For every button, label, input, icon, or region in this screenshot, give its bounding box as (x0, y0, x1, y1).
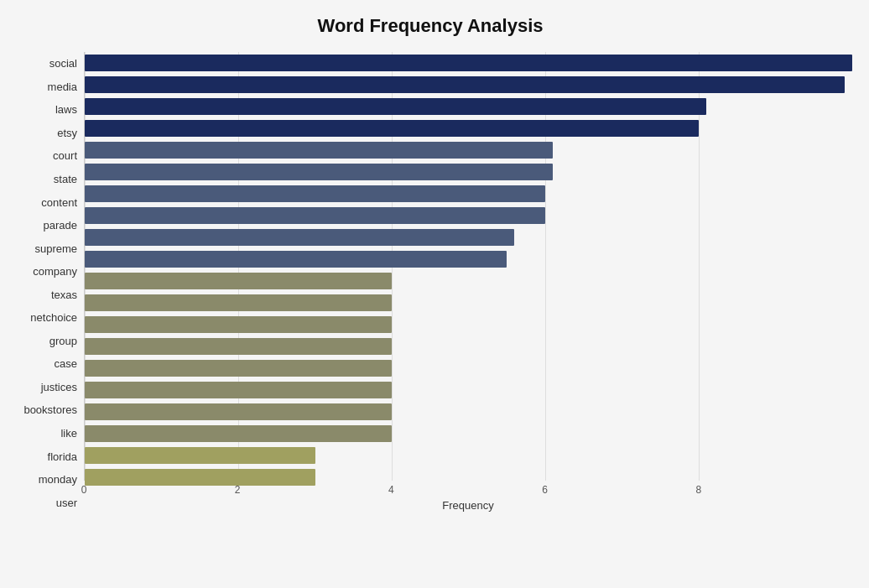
bar (85, 316, 392, 333)
y-label: media (48, 75, 77, 97)
bar-row (85, 423, 852, 445)
bar (85, 55, 852, 71)
bar-row (85, 74, 852, 96)
bar-row (85, 357, 852, 379)
x-tick: 8 (695, 484, 701, 496)
bars-and-xaxis: 02468 Frequency (84, 52, 852, 514)
bar-row (85, 96, 852, 117)
y-axis: socialmedialawsetsycourtstatecontentpara… (8, 52, 84, 514)
bar-row (85, 117, 852, 139)
y-label: content (41, 191, 77, 213)
y-label: group (49, 330, 77, 351)
bar-row (85, 379, 852, 401)
y-label: social (49, 53, 77, 75)
bar-row (85, 314, 852, 336)
bar (85, 251, 507, 268)
chart-area: socialmedialawsetsycourtstatecontentpara… (8, 52, 852, 514)
y-label: user (56, 492, 77, 513)
bar (85, 164, 553, 180)
bar (85, 425, 392, 442)
y-label: texas (51, 284, 77, 305)
bar (85, 403, 392, 420)
y-label: like (60, 423, 77, 445)
y-label: state (54, 169, 77, 190)
bars-rows (85, 52, 852, 481)
bar-row (85, 52, 852, 74)
y-label: laws (55, 99, 77, 121)
bar (85, 229, 514, 246)
bar (85, 360, 392, 377)
bar (85, 98, 706, 115)
bar-row (85, 205, 852, 226)
y-label: netchoice (30, 307, 77, 329)
y-label: justices (41, 376, 77, 398)
bar (85, 76, 845, 93)
y-label: case (55, 353, 77, 375)
bar-row (85, 183, 852, 205)
bar (85, 273, 392, 289)
x-axis-label: Frequency (84, 499, 852, 512)
bar (85, 207, 545, 224)
y-label: bookstores (23, 399, 77, 421)
y-label: court (53, 145, 77, 167)
y-label: monday (39, 469, 77, 491)
x-tick: 2 (235, 484, 241, 496)
bar (85, 447, 315, 464)
chart-container: Word Frequency Analysis socialmedialawse… (0, 0, 869, 588)
bar (85, 185, 545, 202)
x-tick: 4 (388, 484, 394, 496)
bars-wrapper (84, 52, 852, 481)
x-ticks: 02468 (84, 481, 852, 497)
bar (85, 120, 699, 137)
bar (85, 382, 392, 398)
x-tick: 0 (81, 484, 87, 496)
bar-row (85, 161, 852, 183)
bar-row (85, 445, 852, 466)
y-label: company (33, 261, 77, 283)
chart-title: Word Frequency Analysis (8, 8, 852, 52)
bar-row (85, 270, 852, 292)
y-label: etsy (57, 122, 77, 143)
bar-row (85, 139, 852, 161)
y-label: parade (44, 215, 77, 237)
y-label: florida (48, 445, 77, 467)
bar-row (85, 401, 852, 423)
bar (85, 142, 553, 159)
bar-row (85, 336, 852, 357)
bar-row (85, 226, 852, 248)
bar (85, 294, 392, 311)
x-tick: 6 (542, 484, 548, 496)
x-axis: 02468 Frequency (84, 481, 852, 514)
bar (85, 338, 392, 355)
bar-row (85, 292, 852, 314)
y-label: supreme (34, 237, 77, 259)
bar-row (85, 248, 852, 270)
